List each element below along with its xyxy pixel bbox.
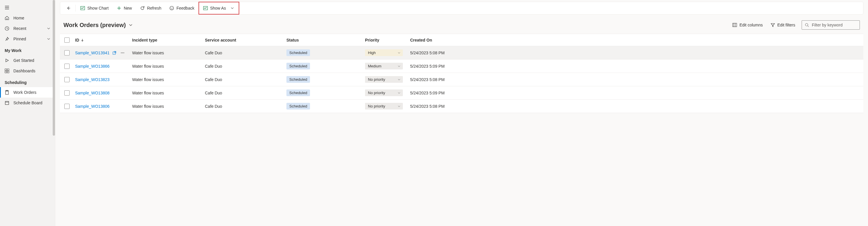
- select-all-checkbox[interactable]: [60, 37, 74, 43]
- column-header-incident[interactable]: Incident type: [132, 38, 205, 42]
- sidebar-item-scheduleboard[interactable]: Schedule Board: [0, 98, 55, 108]
- filter-keyword-input[interactable]: Filter by keyword: [802, 20, 860, 30]
- sidebar-header-mywork: My Work: [0, 44, 55, 55]
- svg-rect-12: [204, 6, 208, 10]
- more-actions-icon[interactable]: [119, 50, 126, 56]
- svg-rect-2: [7, 69, 9, 71]
- edit-columns-button[interactable]: Edit columns: [731, 21, 764, 29]
- svg-point-16: [121, 52, 122, 53]
- record-link[interactable]: Sample_WO13866: [75, 64, 110, 69]
- column-label: Created On: [410, 38, 432, 42]
- command-divider: [75, 5, 76, 12]
- show-as-button[interactable]: Show As: [199, 3, 239, 13]
- table-row[interactable]: Sample_WO13806 Water flow issues Cafe Du…: [60, 100, 863, 113]
- view-title-dropdown[interactable]: Work Orders (preview): [63, 22, 726, 29]
- hamburger-icon: [5, 5, 9, 10]
- status-badge: Scheduled: [286, 63, 310, 69]
- feedback-icon: [169, 6, 174, 10]
- svg-point-14: [805, 24, 808, 26]
- cell-created: 5/24/2023 5:09 PM: [410, 64, 863, 69]
- record-link[interactable]: Sample_WO13823: [75, 77, 110, 82]
- chevron-down-icon: [230, 6, 235, 10]
- dashboards-icon: [5, 69, 9, 73]
- svg-rect-8: [81, 6, 85, 10]
- row-checkbox[interactable]: [60, 77, 74, 82]
- sidebar-item-label: Recent: [13, 26, 43, 31]
- row-checkbox[interactable]: [60, 50, 74, 55]
- priority-value: No priority: [368, 90, 385, 95]
- back-button[interactable]: [62, 3, 75, 13]
- column-header-id[interactable]: ID: [74, 38, 132, 42]
- sidebar-item-workorders[interactable]: Work Orders: [0, 87, 55, 98]
- columns-icon: [732, 23, 737, 27]
- filter-icon: [771, 23, 775, 27]
- record-link[interactable]: Sample_WO13808: [75, 90, 110, 95]
- status-badge: Scheduled: [286, 76, 310, 83]
- cell-service: Cafe Duo: [205, 104, 286, 109]
- sidebar-item-label: Work Orders: [13, 90, 50, 95]
- column-label: Priority: [365, 38, 379, 42]
- column-header-priority[interactable]: Priority: [365, 38, 410, 42]
- sidebar-item-recent[interactable]: Recent: [0, 23, 55, 34]
- highlight-annotation: Show As: [198, 2, 239, 14]
- cell-service: Cafe Duo: [205, 77, 286, 82]
- sidebar-scroll-thumb[interactable]: [53, 0, 55, 136]
- button-label: Feedback: [176, 6, 194, 10]
- column-header-created[interactable]: Created On: [410, 38, 863, 42]
- svg-rect-13: [733, 23, 737, 27]
- column-header-service[interactable]: Service account: [205, 38, 286, 42]
- column-label: Status: [286, 38, 299, 42]
- button-label: New: [124, 6, 132, 10]
- cell-service: Cafe Duo: [205, 50, 286, 55]
- home-icon: [5, 16, 9, 20]
- show-as-icon: [203, 6, 208, 10]
- show-chart-button[interactable]: Show Chart: [76, 3, 113, 13]
- table-row[interactable]: Sample_WO13808 Water flow issues Cafe Du…: [60, 86, 863, 100]
- chevron-down-icon: [47, 27, 50, 30]
- priority-select[interactable]: No priority: [365, 76, 403, 83]
- sidebar-item-label: Get Started: [13, 58, 50, 63]
- sidebar-item-pinned[interactable]: Pinned: [0, 34, 55, 44]
- pin-icon: [5, 37, 9, 41]
- cell-incident: Water flow issues: [132, 90, 205, 95]
- cell-created: 5/24/2023 5:08 PM: [410, 50, 863, 55]
- row-checkbox[interactable]: [60, 64, 74, 69]
- svg-point-10: [171, 7, 172, 8]
- chevron-down-icon: [398, 51, 401, 54]
- priority-select[interactable]: No priority: [365, 89, 403, 96]
- record-link[interactable]: Sample_WO13806: [75, 104, 110, 109]
- priority-select[interactable]: High: [365, 49, 403, 56]
- chevron-down-icon: [47, 37, 50, 41]
- cell-incident: Water flow issues: [132, 50, 205, 55]
- priority-select[interactable]: No priority: [365, 103, 403, 110]
- row-checkbox[interactable]: [60, 104, 74, 109]
- clock-icon: [5, 26, 9, 31]
- svg-rect-4: [7, 71, 9, 73]
- sidebar-item-home[interactable]: Home: [0, 13, 55, 23]
- sidebar-item-getstarted[interactable]: Get Started: [0, 55, 55, 66]
- table-row[interactable]: Sample_WO13941 Water flow issues Cafe Du…: [60, 46, 863, 60]
- sidebar-item-label: Home: [13, 16, 50, 20]
- table-row[interactable]: Sample_WO13823 Water flow issues Cafe Du…: [60, 73, 863, 86]
- feedback-button[interactable]: Feedback: [165, 3, 198, 13]
- view-actions: Edit columns Edit filters Filter by keyw…: [731, 20, 860, 30]
- play-icon: [5, 58, 9, 63]
- cell-service: Cafe Duo: [205, 64, 286, 69]
- open-in-new-icon[interactable]: [111, 50, 118, 56]
- new-button[interactable]: New: [113, 3, 136, 13]
- table-row[interactable]: Sample_WO13866 Water flow issues Cafe Du…: [60, 60, 863, 73]
- plus-icon: [117, 6, 121, 10]
- sidebar-item-label: Pinned: [13, 37, 43, 41]
- row-checkbox[interactable]: [60, 90, 74, 96]
- cell-incident: Water flow issues: [132, 77, 205, 82]
- hamburger-button[interactable]: [0, 2, 55, 13]
- column-header-status[interactable]: Status: [286, 38, 365, 42]
- refresh-icon: [140, 6, 145, 10]
- priority-select[interactable]: Medium: [365, 63, 403, 69]
- svg-rect-3: [5, 71, 7, 73]
- refresh-button[interactable]: Refresh: [136, 3, 165, 13]
- record-link[interactable]: Sample_WO13941: [75, 50, 110, 55]
- edit-filters-button[interactable]: Edit filters: [769, 21, 796, 29]
- sidebar-item-dashboards[interactable]: Dashboards: [0, 66, 55, 76]
- sidebar-scrollbar[interactable]: [53, 0, 55, 226]
